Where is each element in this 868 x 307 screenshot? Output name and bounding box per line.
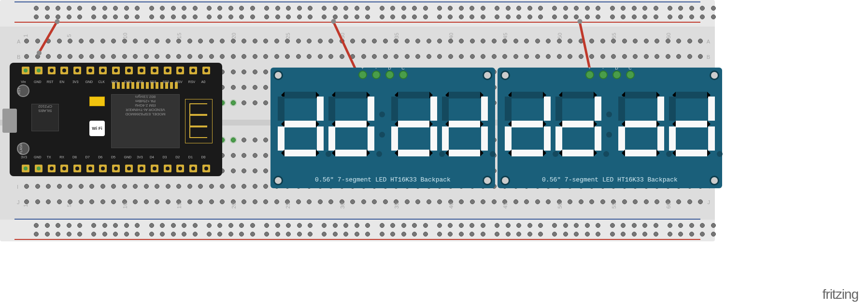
backpack-label: 0.56" 7-segment LED HT16K33 Backpack (270, 176, 495, 183)
pin-d8: D8 (73, 165, 81, 172)
capacitor (89, 97, 105, 106)
usb-micro-port (2, 109, 17, 133)
pin-d3: D3 (164, 165, 171, 172)
wifi-logo-icon: Wi Fi (89, 121, 105, 136)
pin-en: EN (60, 67, 68, 74)
pin-gnd: GND (35, 165, 43, 172)
pin-3v3: 3V3 (22, 165, 29, 172)
pin-sd2: SD2 (151, 67, 158, 74)
pin-d0: D0 (202, 165, 210, 172)
power-rail-bottom (0, 217, 715, 241)
seven-segment-digit (669, 92, 715, 157)
pin-a0: A0 (202, 67, 210, 74)
backpack-pin-+ (585, 70, 594, 79)
pin-rsv: RSV (176, 67, 184, 74)
backpack-label: 0.56" 7-segment LED HT16K33 Backpack (498, 176, 722, 183)
pin-d6: D6 (99, 165, 107, 172)
backpack-pin-- (599, 70, 608, 79)
pin-rsv: RSV (189, 67, 197, 74)
seven-segment-digit (278, 92, 324, 157)
cp2102-chip: SILABS CP2102 (31, 104, 59, 131)
pin-sd1: SD1 (138, 67, 145, 74)
colon-icon (606, 112, 613, 138)
reset-label: RST (17, 88, 21, 95)
pin-cmd: CMD (125, 67, 133, 74)
pin-vin: Vin (22, 67, 29, 74)
pin-sd3: SD3 (164, 67, 171, 74)
seven-segment-digit (328, 92, 374, 157)
seven-segment-digit (442, 92, 488, 157)
pin-d4: D4 (151, 165, 158, 172)
pin-gnd: GND (35, 67, 43, 74)
seven-segment-digit (618, 92, 664, 157)
backpack-pin-C (399, 70, 408, 79)
seven-segment-display (505, 89, 715, 159)
flash-label: FLASH (19, 143, 23, 154)
pin-gnd: GND (86, 67, 94, 74)
backpack-pin-D (612, 70, 621, 79)
pcb-antenna-icon (185, 99, 213, 143)
seven-segment-digit (391, 92, 437, 157)
pin-d7: D7 (86, 165, 94, 172)
fritzing-logo: fritzing (823, 287, 858, 302)
pin-3v3: 3V3 (138, 165, 145, 172)
backpack-pin-- (372, 70, 381, 79)
seven-segment-backpack-2: +-DC 0.56" 7-segmen (498, 68, 722, 188)
pin-rst: RST (48, 67, 56, 74)
pin-d2: D2 (176, 165, 184, 172)
mounting-hole-icon (273, 70, 283, 80)
pin-gnd: GND (125, 165, 133, 172)
seven-segment-digit (555, 92, 601, 157)
mounting-hole-icon (483, 70, 492, 80)
backpack-pin-+ (358, 70, 367, 79)
mounting-hole-icon (710, 70, 719, 80)
seven-segment-backpack-1: +-DC 0.56" 7-segmen (270, 68, 495, 188)
seven-segment-digit (505, 92, 551, 157)
pin-clk: CLK (99, 67, 107, 74)
seven-segment-display (278, 89, 488, 159)
backpack-pin-D (385, 70, 394, 79)
mounting-hole-icon (500, 70, 510, 80)
pin-tx: TX (48, 165, 56, 172)
esp8266-module: MODEL ESP8266MOD VENDOR AI-THINKER ISM 2… (111, 94, 180, 148)
pin-3v3: 3V3 (73, 67, 81, 74)
backpack-pin-C (626, 70, 635, 79)
nodemcu-board: RST FLASH SILABS CP2102 Wi Fi MODEL ESP8… (10, 63, 222, 176)
pin-d1: D1 (189, 165, 197, 172)
pin-rx: RX (60, 165, 68, 172)
pin-sd0: SD0 (112, 67, 120, 74)
colon-icon (379, 112, 386, 138)
power-rail-top (0, 0, 715, 24)
pin-d5: D5 (112, 165, 120, 172)
